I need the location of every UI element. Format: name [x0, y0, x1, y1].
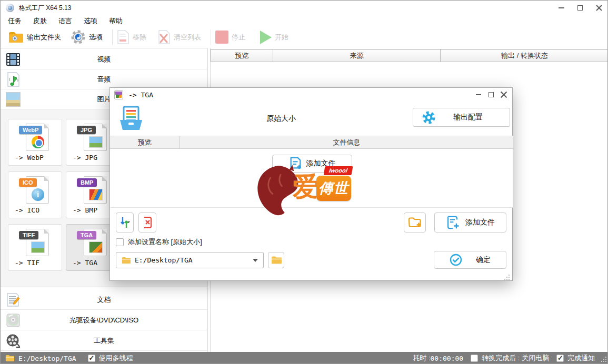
sidebar-item-label: 光驱设备\DVD\CD\ISO [1, 310, 207, 330]
format-tile-label: -> JPG [73, 154, 97, 161]
maximize-button[interactable] [571, 1, 590, 15]
dialog-resize-grip[interactable] [504, 272, 510, 278]
sidebar-item-audio[interactable]: 音频 [1, 69, 207, 89]
preset-drawer-icon [119, 106, 143, 131]
ok-button[interactable]: 确定 [434, 251, 506, 269]
add-folder-icon [408, 216, 422, 229]
add-file-icon [289, 157, 302, 170]
sidebar-item-label: 音频 [1, 69, 207, 89]
remove-label: 移除 [133, 33, 146, 42]
close-icon [500, 91, 507, 98]
add-file-label: 添加文件 [465, 218, 495, 227]
start-button[interactable]: 开始 [258, 31, 294, 44]
maximize-icon [577, 5, 583, 11]
window-title: 格式工厂 X64 5.13 [19, 4, 71, 13]
add-folder-button[interactable] [404, 213, 426, 232]
column-header-output-status[interactable]: 输出 / 转换状态 [441, 49, 608, 62]
output-config-gear-icon [422, 110, 436, 125]
webp-file-icon: WebP [26, 124, 49, 151]
sidebar-item-label: 工具集 [1, 331, 207, 351]
output-config-button[interactable]: 输出配置 [413, 108, 510, 127]
shutdown-after-label: 转换完成后 : 关闭电脑 [482, 353, 549, 363]
output-path-dropdown[interactable]: E:/Desktop/TGA [116, 252, 264, 268]
maximize-icon [489, 92, 494, 97]
append-name-option[interactable]: 添加设置名称 [原始大小] [116, 237, 202, 247]
dialog-minimize-button[interactable] [472, 88, 485, 102]
output-folder-icon [8, 31, 24, 44]
menu-task[interactable]: 任务 [4, 16, 26, 26]
dialog-tab-bar: 预览 文件信息 [110, 136, 513, 149]
output-path-value: E:/Desktop/TGA [135, 256, 248, 264]
output-config-label: 输出配置 [436, 113, 500, 122]
dialog-close-button[interactable] [497, 88, 510, 102]
output-folder-label: 输出文件夹 [27, 33, 61, 42]
stop-label: 停止 [232, 33, 245, 42]
jpg-file-icon: JPG [84, 124, 107, 151]
sort-order-button[interactable] [116, 213, 134, 232]
toolbar-separator [112, 29, 113, 45]
remove-file-icon [142, 216, 153, 229]
task-table-header: 预览 来源 输出 / 转换状态 [211, 49, 608, 62]
menu-skin[interactable]: 皮肤 [29, 16, 51, 26]
add-file-icon [446, 216, 459, 229]
tga-file-icon: TGA [84, 229, 107, 256]
column-header-source[interactable]: 来源 [273, 49, 441, 62]
remove-button[interactable]: 移除 [117, 30, 152, 44]
close-icon [596, 5, 602, 11]
statusbar-folder-icon [5, 355, 14, 362]
browse-folder-icon [271, 256, 282, 265]
sidebar-item-toolset[interactable]: 工具集 [1, 331, 207, 351]
window-resize-grip[interactable] [600, 357, 606, 363]
chevron-down-icon [253, 259, 258, 262]
format-tile-tiff[interactable]: TIFF -> TIF [8, 224, 62, 271]
notify-label: 完成通知 [567, 353, 595, 363]
stop-button[interactable]: 停止 [215, 31, 251, 44]
app-icon [6, 4, 14, 12]
file-list-area[interactable]: 添加文件 [111, 149, 513, 208]
format-tile-ico[interactable]: ICO -> ICO [8, 171, 62, 218]
format-tile-label: -> TGA [73, 259, 97, 267]
dialog-maximize-button[interactable] [485, 88, 497, 102]
add-file-center-button[interactable]: 添加文件 [272, 155, 352, 173]
minimize-icon [476, 94, 481, 95]
dialog-title-bar[interactable]: -> TGA [110, 88, 512, 102]
elapsed-value: 00:00:00 [431, 355, 464, 362]
menu-help[interactable]: 帮助 [105, 16, 127, 26]
preset-name-label: 原始大小 [234, 102, 328, 135]
tab-preview[interactable]: 预览 [110, 136, 180, 148]
minimize-button[interactable] [552, 1, 571, 15]
menu-language[interactable]: 语言 [54, 16, 76, 26]
options-button[interactable]: 选项 [71, 29, 108, 45]
start-icon [260, 31, 272, 44]
title-bar: 格式工厂 X64 5.13 [1, 1, 608, 15]
multithread-checkbox[interactable] [88, 355, 95, 362]
menu-bar: 任务 皮肤 语言 选项 帮助 [1, 15, 608, 26]
format-tile-label: -> BMP [73, 206, 97, 214]
tab-file-info[interactable]: 文件信息 [180, 136, 513, 148]
sidebar-item-video[interactable]: 视频 [1, 49, 207, 69]
notify-checkbox[interactable] [556, 355, 564, 362]
clear-list-button[interactable]: 清空列表 [158, 30, 206, 44]
format-tile-webp[interactable]: WebP -> WebP [8, 119, 62, 166]
column-header-preview[interactable]: 预览 [211, 49, 273, 62]
clear-list-icon [158, 30, 171, 44]
append-name-checkbox[interactable] [116, 238, 124, 246]
shutdown-after-checkbox[interactable] [471, 355, 478, 362]
remove-file-button[interactable] [138, 213, 156, 232]
clear-list-label: 清空列表 [174, 33, 201, 42]
sidebar-item-disc[interactable]: 光驱设备\DVD\CD\ISO [1, 310, 207, 330]
status-bar: E:/Desktop/TGA 使用多线程 耗时 : 00:00:00 转换完成后… [1, 352, 608, 364]
statusbar-output-path[interactable]: E:/Desktop/TGA [18, 355, 76, 362]
tiff-file-icon: TIFF [26, 229, 49, 256]
toolbar-separator [211, 29, 211, 45]
output-folder-button[interactable]: 输出文件夹 [8, 31, 66, 44]
sidebar-item-document[interactable]: 文档 [1, 290, 207, 310]
add-file-button[interactable]: 添加文件 [434, 213, 506, 232]
tga-dialog: -> TGA 原始大小 输出配置 预览 [109, 87, 513, 281]
menu-options[interactable]: 选项 [79, 16, 102, 26]
sidebar-item-label: 文档 [1, 290, 207, 310]
browse-folder-button[interactable] [268, 252, 284, 268]
elapsed-label: 耗时 : [413, 353, 430, 363]
close-button[interactable] [590, 1, 608, 15]
minimize-icon [559, 7, 564, 8]
